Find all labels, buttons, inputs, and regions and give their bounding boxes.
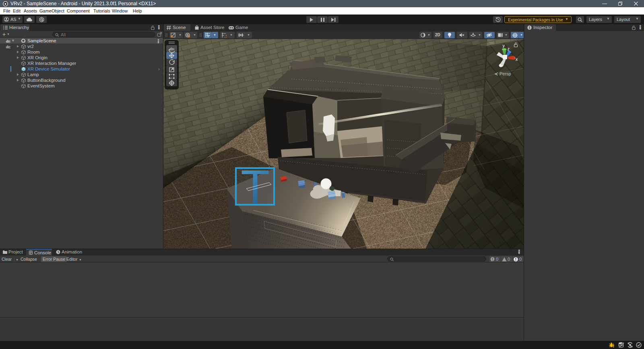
- svg-text:x: x: [516, 57, 518, 62]
- svg-text:z: z: [508, 46, 510, 51]
- svg-text:Y: Y: [208, 35, 210, 38]
- svg-text:Persp: Persp: [500, 71, 511, 76]
- svg-text:T: T: [241, 160, 270, 214]
- svg-text:y: y: [503, 43, 505, 48]
